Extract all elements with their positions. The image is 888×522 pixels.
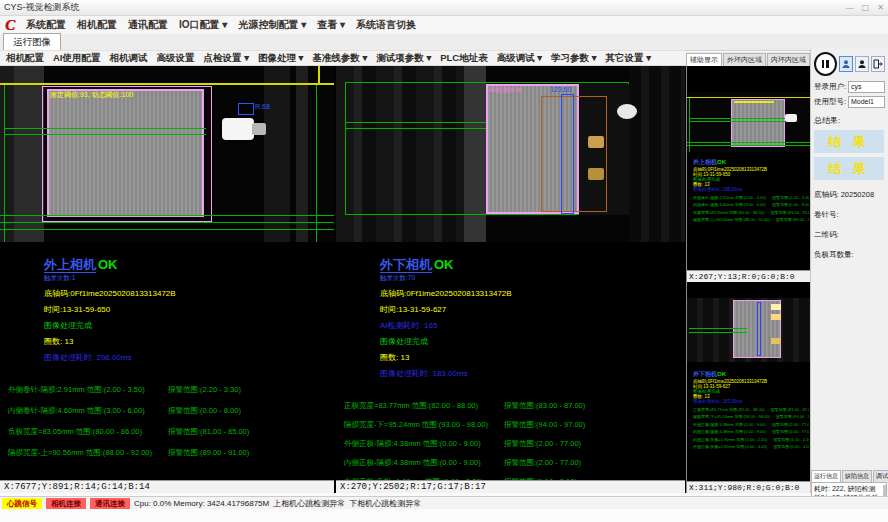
process-done-line: 图像处理完成 — [44, 320, 334, 331]
process-done-line: 图像处理完成 — [380, 336, 685, 347]
sidebar: 登录用户: cys 使用型号: Model1 总结果: 结 果 结 果 底轴码:… — [810, 49, 888, 493]
camera-upper-pixel-readout: X:7677;Y:891;R:14;G:14;B:14 — [0, 480, 334, 493]
pause-button[interactable] — [814, 52, 837, 76]
login-user-field[interactable]: cys — [848, 81, 885, 93]
overlay-green-line — [689, 332, 747, 333]
main-area: 固定阈值:93, 动态阈值:100 R:68 外上相机OK 触发次数:1 底轴码… — [0, 66, 810, 493]
camera-connect-badge: 相机连接 — [46, 498, 86, 509]
thumbnail-lower-image[interactable] — [687, 298, 811, 362]
overlay-green-line — [687, 142, 811, 143]
menu-io-config[interactable]: IO口配置 ▾ — [179, 18, 227, 32]
overlay-blue-roi — [757, 302, 761, 356]
tool-baseline-params[interactable]: 基准线参数 ▾ — [312, 52, 367, 65]
machine-band — [629, 66, 685, 242]
menu-camera-config[interactable]: 相机配置 — [77, 18, 117, 32]
thumbnail-upper: 外上相机OK 底轴码:0Ff1ime2025020813313472B 时间:1… — [687, 66, 811, 282]
menu-comm-config[interactable]: 通讯配置 — [128, 18, 168, 32]
overlay-green-line — [4, 128, 206, 129]
measurement-list: 外侧卷针-隔膜:2.91mm 范围:(2.00 - 3.50)报警范围:(2.2… — [0, 385, 334, 458]
overlay-yellow-line — [0, 83, 334, 85]
thumbnail-upper-pixel-readout: X:267;Y:13;R:0;G:0;B:0 — [687, 270, 811, 282]
info-tab-debug[interactable]: 调试信息 — [873, 470, 888, 482]
thumbtab-inner-region[interactable]: 内环内区域 — [767, 53, 810, 66]
tab-glint — [588, 136, 604, 148]
toolbar: 相机配置 AI使用配置 相机调试 高级设置 点检设置 ▾ 图像处理 ▾ 基准线参… — [0, 50, 686, 66]
measurement-row: 内侧正极-隔膜:4.38mm 范围:(0.00 - 9.00)报警范围:(2.0… — [344, 458, 685, 468]
bottom-filler — [0, 509, 888, 522]
camera-lower-image[interactable]: AI检测区域 123.60 — [336, 66, 685, 242]
maximize-button[interactable]: ▢ — [862, 3, 870, 12]
login-user-label: 登录用户: — [814, 82, 848, 92]
exit-door-icon — [873, 59, 883, 69]
tool-camera-config[interactable]: 相机配置 — [6, 52, 44, 65]
result-box-lower: 结 果 — [814, 157, 884, 180]
camera-lower-results: 外下相机OK 触发次数:70 底轴码:0Ff1ime20250208133134… — [336, 242, 685, 480]
thumbnail-lower-pixel-readout: X:311;Y:980;R:0;G:0;B:0 — [687, 481, 811, 493]
separator-plate — [731, 99, 785, 147]
measurement-row: 负极宽度=83.05mm 范围:(80.00 - 86.00)报警范围:(81.… — [8, 427, 334, 437]
overlay-green-line — [316, 85, 317, 242]
model-label: 使用型号: — [814, 97, 848, 107]
info-tab-defect[interactable]: 缺陷信息 — [842, 470, 872, 482]
overlay-green-line — [4, 134, 206, 135]
comm-connect-badge: 通讯连接 — [90, 498, 130, 509]
thumbnail-lower-results: 外下相机OK 底轴码:0Ff1ime2025020813313472B 时间:1… — [693, 370, 809, 449]
login-user-button[interactable] — [839, 56, 853, 72]
tool-advanced-debug[interactable]: 高级调试 ▾ — [497, 52, 542, 65]
thumbnail-lower: 外下相机OK 底轴码:0Ff1ime2025020813313472B 时间:1… — [687, 284, 811, 493]
camera-upper-panel: 固定阈值:93, 动态阈值:100 R:68 外上相机OK 触发次数:1 底轴码… — [0, 66, 334, 493]
camera-upper-results: 外上相机OK 触发次数:1 底轴码:0Ff1ime202502081331347… — [0, 242, 334, 480]
tool-plc-address[interactable]: PLC地址表 — [440, 52, 488, 65]
overlay-green-line — [687, 145, 811, 146]
tool-camera-debug[interactable]: 相机调试 — [110, 52, 148, 65]
turns-line: 圈数: 13 — [44, 336, 334, 347]
tool-image-processing[interactable]: 图像处理 ▾ — [258, 52, 303, 65]
tab-glint — [771, 314, 781, 320]
menu-language-switch[interactable]: 系统语言切换 — [356, 18, 416, 32]
model-field[interactable]: Model1 — [848, 96, 885, 108]
overlay-green-line — [689, 328, 747, 329]
tool-learn-params[interactable]: 学习参数 ▾ — [551, 52, 596, 65]
trigger-count: 触发次数:70 — [380, 274, 685, 283]
thumbtab-outer-region[interactable]: 外环内区域 — [723, 53, 766, 66]
barcode-field: 底轴码: 20250208 — [814, 190, 885, 200]
qr-code-field: 二维码: — [814, 230, 885, 240]
measurement-row: 外侧正极-隔膜:4.38mm 范围:(0.00 - 9.00)报警范围:(2.0… — [344, 439, 685, 449]
tool-advanced-settings[interactable]: 高级设置 — [157, 52, 195, 65]
tool-spotcheck-settings[interactable]: 点检设置 ▾ — [204, 52, 249, 65]
menu-system-config[interactable]: 系统配置 — [26, 18, 66, 32]
tab-glint — [771, 304, 781, 310]
menu-light-config[interactable]: 光源控制配置 ▾ — [238, 18, 306, 32]
roller-pin-tip — [252, 123, 266, 135]
overlay-green-line — [345, 122, 486, 123]
camera-upper-image[interactable]: 固定阈值:93, 动态阈值:100 R:68 — [0, 66, 334, 242]
roller-pin — [222, 118, 254, 140]
titlebar: CYS-视觉检测系统 — ▢ ✕ — [0, 0, 888, 16]
tab-glint — [588, 168, 604, 180]
thumbnail-upper-image[interactable] — [687, 92, 811, 152]
measurement-row: 内侧卷针-隔膜:4.60mm 范围:(3.00 - 6.00)报警范围:(0.0… — [8, 406, 334, 416]
measurement-row: 隔膜宽度-下=95.24mm 范围:(93.00 - 98.00)报警范围:(9… — [344, 420, 685, 430]
statusbar: 心跳信号 相机连接 通讯连接 Cpu: 0.0% Memory: 3424.41… — [0, 496, 888, 509]
info-tab-run[interactable]: 运行信息 — [811, 470, 841, 482]
tool-test-params[interactable]: 测试项参数 ▾ — [376, 52, 431, 65]
login-user-row: 登录用户: cys — [814, 81, 885, 93]
close-button[interactable]: ✕ — [877, 3, 884, 12]
menu-view[interactable]: 查看 ▾ — [317, 18, 345, 32]
minimize-button[interactable]: — — [846, 3, 854, 12]
tool-ai-config[interactable]: AI使用配置 — [53, 52, 101, 65]
logout-button[interactable] — [871, 56, 885, 72]
negative-tab-count-field: 负极耳数量: — [814, 250, 885, 260]
ai-region-label: AI检测区域 — [489, 86, 521, 95]
separator-plate — [47, 89, 204, 217]
window-title: CYS-视觉检测系统 — [4, 1, 80, 14]
tool-other-settings[interactable]: 其它设置 ▾ — [606, 52, 651, 65]
overlay-orange-roi — [541, 96, 607, 212]
tabstrip: 运行图像 — [0, 34, 888, 51]
model-row: 使用型号: Model1 — [814, 96, 885, 108]
thumbtab-aux-display[interactable]: 辅助显示 — [686, 53, 722, 66]
user-manage-button[interactable] — [855, 56, 869, 72]
cpu-memory-readout: Cpu: 0.0% Memory: 3424.41796875M — [134, 499, 269, 508]
tab-run-image[interactable]: 运行图像 — [3, 33, 61, 50]
camera-upper-title: 外上相机OK — [44, 256, 334, 274]
